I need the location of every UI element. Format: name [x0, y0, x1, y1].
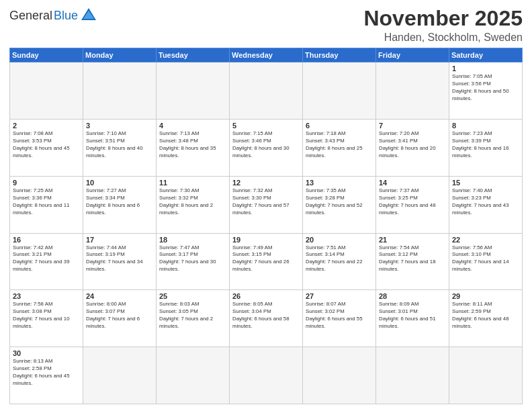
day-info: Sunrise: 8:05 AMSunset: 3:04 PMDaylight:… [232, 301, 300, 330]
calendar-cell: 4Sunrise: 7:13 AMSunset: 3:48 PMDaylight… [157, 119, 230, 176]
weekday-header: Wednesday [230, 48, 303, 62]
calendar-week-row: 1Sunrise: 7:05 AMSunset: 3:56 PMDaylight… [10, 62, 523, 120]
day-info: Sunrise: 7:37 AMSunset: 3:25 PMDaylight:… [379, 187, 446, 217]
calendar-cell: 29Sunrise: 8:11 AMSunset: 2:59 PMDayligh… [449, 290, 523, 347]
calendar-cell: 1Sunrise: 7:05 AMSunset: 3:56 PMDaylight… [449, 62, 523, 120]
day-number: 23 [13, 292, 80, 300]
day-info: Sunrise: 7:27 AMSunset: 3:34 PMDaylight:… [86, 187, 153, 217]
calendar-cell: 7Sunrise: 7:20 AMSunset: 3:41 PMDaylight… [376, 119, 449, 176]
day-info: Sunrise: 7:58 AMSunset: 3:08 PMDaylight:… [13, 301, 80, 330]
calendar-cell [157, 347, 230, 404]
day-info: Sunrise: 8:09 AMSunset: 3:01 PMDaylight:… [379, 301, 446, 330]
day-info: Sunrise: 8:11 AMSunset: 2:59 PMDaylight:… [452, 301, 519, 330]
day-info: Sunrise: 7:54 AMSunset: 3:12 PMDaylight:… [379, 244, 446, 274]
logo: General Blue [9, 7, 96, 24]
location-title: Handen, Stockholm, Sweden [363, 32, 523, 44]
calendar-week-row: 2Sunrise: 7:08 AMSunset: 3:53 PMDaylight… [10, 119, 523, 176]
day-number: 11 [159, 179, 226, 187]
calendar-cell: 14Sunrise: 7:37 AMSunset: 3:25 PMDayligh… [376, 176, 449, 233]
calendar-cell: 23Sunrise: 7:58 AMSunset: 3:08 PMDayligh… [10, 290, 83, 347]
calendar-cell [303, 62, 376, 120]
calendar-cell: 8Sunrise: 7:23 AMSunset: 3:39 PMDaylight… [449, 119, 523, 176]
calendar-cell: 15Sunrise: 7:40 AMSunset: 3:23 PMDayligh… [449, 176, 523, 233]
calendar-cell: 17Sunrise: 7:44 AMSunset: 3:19 PMDayligh… [83, 233, 157, 290]
calendar-cell: 30Sunrise: 8:13 AMSunset: 2:58 PMDayligh… [10, 347, 83, 404]
calendar-cell: 20Sunrise: 7:51 AMSunset: 3:14 PMDayligh… [303, 233, 376, 290]
day-number: 29 [452, 292, 519, 300]
day-number: 18 [159, 236, 226, 244]
calendar-cell [376, 347, 449, 404]
calendar-cell [376, 62, 449, 120]
day-number: 7 [379, 122, 446, 130]
day-info: Sunrise: 7:42 AMSunset: 3:21 PMDaylight:… [13, 244, 80, 274]
day-info: Sunrise: 8:07 AMSunset: 3:02 PMDaylight:… [306, 301, 373, 330]
calendar-cell [230, 62, 303, 120]
calendar-cell: 19Sunrise: 7:49 AMSunset: 3:15 PMDayligh… [230, 233, 303, 290]
calendar-cell: 5Sunrise: 7:15 AMSunset: 3:46 PMDaylight… [230, 119, 303, 176]
day-number: 30 [13, 349, 80, 357]
day-info: Sunrise: 7:35 AMSunset: 3:28 PMDaylight:… [306, 187, 373, 217]
logo-general-text: General [9, 9, 52, 23]
day-number: 20 [306, 236, 373, 244]
calendar-cell: 9Sunrise: 7:25 AMSunset: 3:36 PMDaylight… [10, 176, 83, 233]
calendar-cell: 16Sunrise: 7:42 AMSunset: 3:21 PMDayligh… [10, 233, 83, 290]
calendar-cell: 26Sunrise: 8:05 AMSunset: 3:04 PMDayligh… [230, 290, 303, 347]
day-number: 13 [306, 179, 373, 187]
day-number: 19 [232, 236, 300, 244]
day-info: Sunrise: 7:13 AMSunset: 3:48 PMDaylight:… [159, 130, 226, 160]
day-number: 2 [13, 122, 80, 130]
weekday-header-row: SundayMondayTuesdayWednesdayThursdayFrid… [10, 48, 523, 62]
weekday-header: Sunday [10, 48, 83, 62]
day-number: 6 [306, 122, 373, 130]
day-info: Sunrise: 7:20 AMSunset: 3:41 PMDaylight:… [379, 130, 446, 160]
weekday-header: Tuesday [157, 48, 230, 62]
day-number: 1 [452, 64, 519, 73]
day-number: 24 [86, 292, 153, 300]
day-info: Sunrise: 7:05 AMSunset: 3:56 PMDaylight:… [452, 73, 519, 103]
day-info: Sunrise: 7:47 AMSunset: 3:17 PMDaylight:… [159, 244, 226, 274]
logo-area: General Blue [9, 7, 96, 24]
logo-icon [81, 7, 96, 21]
calendar-cell: 13Sunrise: 7:35 AMSunset: 3:28 PMDayligh… [303, 176, 376, 233]
day-number: 15 [452, 179, 519, 187]
day-number: 14 [379, 179, 446, 187]
logo-blue-text: Blue [54, 9, 78, 23]
day-number: 22 [452, 236, 519, 244]
day-info: Sunrise: 7:18 AMSunset: 3:43 PMDaylight:… [306, 130, 373, 160]
day-info: Sunrise: 7:51 AMSunset: 3:14 PMDaylight:… [306, 244, 373, 274]
day-info: Sunrise: 7:32 AMSunset: 3:30 PMDaylight:… [232, 187, 300, 217]
day-number: 3 [86, 122, 153, 130]
calendar-week-row: 30Sunrise: 8:13 AMSunset: 2:58 PMDayligh… [10, 347, 523, 404]
day-info: Sunrise: 7:44 AMSunset: 3:19 PMDaylight:… [86, 244, 153, 274]
day-number: 8 [452, 122, 519, 130]
calendar-cell: 25Sunrise: 8:03 AMSunset: 3:05 PMDayligh… [157, 290, 230, 347]
day-number: 5 [232, 122, 300, 130]
day-info: Sunrise: 7:10 AMSunset: 3:51 PMDaylight:… [86, 130, 153, 160]
day-info: Sunrise: 7:15 AMSunset: 3:46 PMDaylight:… [232, 130, 300, 160]
calendar-cell: 6Sunrise: 7:18 AMSunset: 3:43 PMDaylight… [303, 119, 376, 176]
calendar-cell: 27Sunrise: 8:07 AMSunset: 3:02 PMDayligh… [303, 290, 376, 347]
day-info: Sunrise: 7:23 AMSunset: 3:39 PMDaylight:… [452, 130, 519, 160]
day-info: Sunrise: 8:03 AMSunset: 3:05 PMDaylight:… [159, 301, 226, 330]
day-info: Sunrise: 7:40 AMSunset: 3:23 PMDaylight:… [452, 187, 519, 217]
calendar-cell: 2Sunrise: 7:08 AMSunset: 3:53 PMDaylight… [10, 119, 83, 176]
day-number: 4 [159, 122, 226, 130]
month-title: November 2025 [363, 7, 523, 30]
day-number: 26 [232, 292, 300, 300]
calendar-week-row: 9Sunrise: 7:25 AMSunset: 3:36 PMDaylight… [10, 176, 523, 233]
day-info: Sunrise: 7:08 AMSunset: 3:53 PMDaylight:… [13, 130, 80, 160]
day-number: 17 [86, 236, 153, 244]
day-info: Sunrise: 7:49 AMSunset: 3:15 PMDaylight:… [232, 244, 300, 274]
day-number: 12 [232, 179, 300, 187]
calendar-week-row: 23Sunrise: 7:58 AMSunset: 3:08 PMDayligh… [10, 290, 523, 347]
header: General Blue November 2025 Handen, Stock… [9, 7, 523, 44]
calendar-cell: 21Sunrise: 7:54 AMSunset: 3:12 PMDayligh… [376, 233, 449, 290]
day-info: Sunrise: 7:30 AMSunset: 3:32 PMDaylight:… [159, 187, 226, 217]
calendar-cell [449, 347, 523, 404]
calendar-cell: 11Sunrise: 7:30 AMSunset: 3:32 PMDayligh… [157, 176, 230, 233]
calendar-cell [230, 347, 303, 404]
calendar-cell [303, 347, 376, 404]
day-info: Sunrise: 7:25 AMSunset: 3:36 PMDaylight:… [13, 187, 80, 217]
weekday-header: Monday [83, 48, 157, 62]
calendar-cell [83, 347, 157, 404]
